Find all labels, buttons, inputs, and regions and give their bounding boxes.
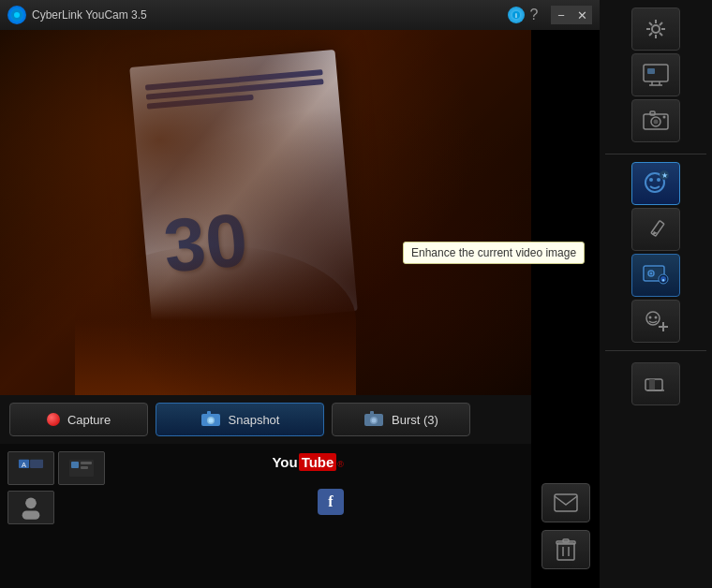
svg-point-7 — [208, 418, 213, 422]
add-face-sidebar-button[interactable] — [631, 300, 680, 343]
facebook-button[interactable]: f — [318, 489, 344, 515]
camera-sidebar-button[interactable] — [631, 99, 680, 142]
help-button[interactable]: ? — [525, 6, 543, 24]
snapshot-button[interactable]: Snapshot — [156, 403, 324, 436]
thumb-person-button[interactable] — [7, 491, 54, 524]
svg-line-36 — [649, 33, 652, 36]
pencil-sidebar-button[interactable] — [631, 208, 680, 251]
youtube-you: You — [272, 454, 297, 470]
minimize-button[interactable]: − — [551, 6, 571, 24]
svg-rect-22 — [555, 494, 577, 511]
svg-point-58 — [650, 272, 653, 275]
svg-rect-19 — [81, 466, 88, 469]
video-overlay — [0, 30, 531, 395]
svg-rect-8 — [207, 411, 211, 415]
svg-point-20 — [25, 498, 37, 509]
svg-point-1 — [14, 12, 20, 18]
settings-sidebar-button[interactable] — [631, 7, 680, 51]
update-icon[interactable]: i — [508, 7, 525, 23]
thumb-gallery-button[interactable]: A — [7, 451, 54, 485]
enhance-sidebar-button[interactable]: ● — [631, 254, 680, 297]
thumb-settings-button[interactable] — [58, 451, 105, 485]
right-sidebar: ★ ● — [600, 0, 712, 588]
close-button[interactable]: ✕ — [571, 6, 592, 24]
control-bar: Capture Snapshot Burst (3) — [0, 395, 531, 444]
display-sidebar-button[interactable] — [631, 53, 680, 96]
svg-rect-14 — [30, 460, 43, 468]
sidebar-divider-2 — [605, 350, 706, 351]
sidebar-middle-group: ★ ● — [605, 162, 706, 343]
svg-rect-23 — [557, 543, 574, 560]
title-bar: CyberLink YouCam 3.5 i ? − ✕ — [0, 0, 600, 30]
youtube-tube: Tube — [299, 453, 337, 471]
burst-button[interactable]: Burst (3) — [332, 403, 470, 436]
svg-line-34 — [660, 33, 662, 36]
svg-point-11 — [372, 418, 377, 422]
svg-rect-17 — [71, 462, 79, 468]
sidebar-divider-1 — [605, 154, 706, 154]
svg-line-33 — [649, 22, 652, 25]
svg-rect-42 — [647, 68, 655, 74]
svg-line-35 — [660, 22, 662, 25]
video-content: 30 — [0, 30, 531, 395]
record-icon — [47, 413, 60, 426]
app-icon — [7, 6, 26, 24]
svg-rect-21 — [22, 511, 40, 520]
sidebar-top-group — [605, 7, 706, 142]
bottom-right-actions — [541, 483, 590, 569]
svg-rect-68 — [649, 379, 655, 390]
app-title: CyberLink YouCam 3.5 — [32, 8, 504, 22]
thumbnail-area: A You — [0, 444, 531, 588]
svg-point-49 — [649, 178, 653, 182]
video-preview: 30 — [0, 30, 531, 395]
svg-text:●: ● — [661, 277, 665, 283]
eraser-sidebar-button[interactable] — [631, 362, 680, 405]
svg-point-47 — [663, 116, 666, 119]
burst-label: Burst (3) — [392, 413, 438, 427]
svg-point-45 — [654, 120, 659, 125]
svg-point-63 — [649, 316, 652, 319]
svg-point-50 — [657, 178, 660, 182]
svg-text:★: ★ — [661, 171, 668, 180]
youtube-button[interactable]: You Tube ® — [272, 453, 344, 471]
snapshot-label: Snapshot — [229, 413, 280, 427]
svg-point-64 — [655, 316, 658, 319]
mail-button[interactable] — [541, 483, 590, 522]
svg-rect-12 — [370, 411, 374, 415]
svg-text:i: i — [515, 12, 517, 19]
face-effects-sidebar-button[interactable]: ★ — [631, 162, 680, 205]
svg-text:A: A — [22, 461, 26, 469]
delete-button[interactable] — [541, 530, 590, 569]
snapshot-cam-icon — [200, 410, 221, 430]
svg-rect-18 — [81, 462, 92, 464]
capture-button[interactable]: Capture — [9, 403, 148, 436]
svg-point-28 — [652, 25, 660, 33]
burst-cam-icon — [363, 410, 384, 430]
svg-rect-46 — [650, 111, 655, 115]
capture-label: Capture — [67, 413, 111, 427]
